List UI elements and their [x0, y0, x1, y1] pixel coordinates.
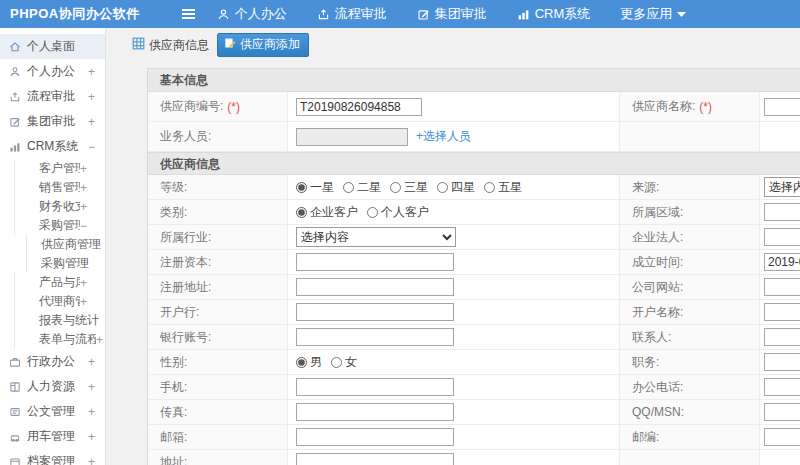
menu-toggle-icon[interactable] — [182, 9, 195, 19]
select-staff-link[interactable]: +选择人员 — [416, 128, 471, 145]
upload-icon — [9, 91, 21, 103]
mobile-input[interactable] — [296, 378, 454, 396]
email-input[interactable] — [296, 428, 454, 446]
sidebar-item-customer-mgmt[interactable]: 客户管理 + — [14, 159, 105, 178]
grade-radio-2[interactable] — [343, 182, 354, 193]
tab-supplier-info[interactable]: 供应商信息 — [132, 37, 209, 54]
office-phone-input[interactable] — [764, 378, 800, 396]
category-radio-personal[interactable] — [367, 207, 378, 218]
home-icon — [9, 41, 21, 53]
fax-label: 传真: — [148, 400, 288, 424]
sidebar-item-agent-mgmt[interactable]: 代理商管理 + — [14, 292, 105, 311]
chart-icon — [517, 8, 530, 21]
gender-radio-female[interactable] — [331, 357, 342, 368]
sidebar-item-hr[interactable]: 人力资源 + — [0, 374, 105, 399]
car-icon — [9, 431, 21, 443]
establish-date-label: 成立时间: — [620, 250, 760, 274]
document-icon — [9, 406, 21, 418]
grade-radio-5[interactable] — [484, 182, 495, 193]
contact-input[interactable] — [764, 328, 800, 346]
edit-icon — [9, 116, 21, 128]
sidebar-item-finance[interactable]: 财务收支 + — [14, 197, 105, 216]
form-row: 邮箱: 邮编: — [148, 425, 800, 450]
edit-icon — [417, 8, 430, 21]
top-nav: 个人办公 流程审批 集团审批 CRM系统 更多应用 — [217, 5, 687, 23]
grade-radio-1[interactable] — [296, 182, 307, 193]
nav-personal-office[interactable]: 个人办公 — [217, 5, 287, 23]
nav-more-apps[interactable]: 更多应用 — [620, 5, 686, 23]
sidebar-item-group-approval[interactable]: 集团审批 + — [0, 109, 105, 134]
sidebar-item-reports[interactable]: 报表与统计 — [14, 311, 105, 330]
legal-person-input[interactable] — [764, 228, 800, 246]
supplier-code-label: 供应商编号:(*) — [148, 92, 288, 121]
form-row: 业务人员: +选择人员 — [148, 122, 800, 152]
legal-person-label: 企业法人: — [620, 225, 760, 249]
sidebar-item-vehicle-mgmt[interactable]: 用车管理 + — [0, 424, 105, 449]
address-input[interactable] — [296, 453, 454, 465]
registered-capital-input[interactable] — [296, 253, 454, 271]
sidebar-item-purchase-mgmt[interactable]: 采购管理 − — [14, 216, 105, 235]
mobile-label: 手机: — [148, 375, 288, 399]
sidebar-item-purchase-mgmt-sub[interactable]: 采购管理 — [26, 254, 105, 273]
bank-label: 开户行: — [148, 300, 288, 324]
form-row: 类别: 企业客户 个人客户 所属区域: — [148, 200, 800, 225]
gender-radio-male[interactable] — [296, 357, 307, 368]
sidebar-item-crm[interactable]: CRM系统 − — [0, 134, 105, 159]
position-input[interactable] — [764, 353, 800, 371]
registered-address-input[interactable] — [296, 278, 454, 296]
category-radio-company[interactable] — [296, 207, 307, 218]
sidebar-item-archive-mgmt[interactable]: 档案管理 + — [0, 449, 105, 465]
staff-label: 业务人员: — [148, 122, 288, 151]
grade-radio-4[interactable] — [437, 182, 448, 193]
upload-icon — [317, 8, 330, 21]
sidebar-item-product-inventory[interactable]: 产品与库存 + — [14, 273, 105, 292]
sidebar-item-personal-office[interactable]: 个人办公 + — [0, 59, 105, 84]
industry-select[interactable]: 选择内容 — [296, 227, 456, 247]
zip-input[interactable] — [764, 428, 800, 446]
sidebar-item-desktop[interactable]: 个人桌面 — [0, 34, 105, 59]
supplier-name-input[interactable] — [764, 98, 800, 116]
form-row: 开户行: 开户名称: — [148, 300, 800, 325]
grade-label: 等级: — [148, 175, 288, 199]
industry-label: 所属行业: — [148, 225, 288, 249]
region-input[interactable] — [764, 203, 800, 221]
section-title-supplier-info: 供应商信息 — [148, 152, 800, 175]
form-row: 注册资本: 成立时间: — [148, 250, 800, 275]
nav-group-approval[interactable]: 集团审批 — [417, 5, 487, 23]
nav-crm-system[interactable]: CRM系统 — [517, 5, 591, 23]
zip-label: 邮编: — [620, 425, 760, 449]
chart-icon — [9, 141, 21, 153]
sidebar-item-supplier-mgmt[interactable]: 供应商管理 — [26, 235, 105, 254]
capital-label: 注册资本: — [148, 250, 288, 274]
sidebar-item-admin-office[interactable]: 行政办公 + — [0, 349, 105, 374]
form-row: 手机: 办公电话: — [148, 375, 800, 400]
reg-address-label: 注册地址: — [148, 275, 288, 299]
grade-radio-3[interactable] — [390, 182, 401, 193]
sidebar-item-workflow-approval[interactable]: 流程审批 + — [0, 84, 105, 109]
caret-down-icon — [677, 11, 686, 17]
website-label: 公司网站: — [620, 275, 760, 299]
sidebar: 个人桌面 个人办公 + 流程审批 + 集团审批 + CRM系统 − 客户管理 + — [0, 28, 106, 465]
nav-workflow-approval[interactable]: 流程审批 — [317, 5, 387, 23]
qq-msn-input[interactable] — [764, 403, 800, 421]
form-row: 性别: 男 女 职务: — [148, 350, 800, 375]
source-label: 来源: — [620, 175, 760, 199]
supplier-code-input[interactable] — [296, 98, 422, 116]
account-name-input[interactable] — [764, 303, 800, 321]
add-form-icon — [224, 37, 236, 52]
website-input[interactable] — [764, 278, 800, 296]
staff-input[interactable] — [296, 128, 408, 146]
sidebar-item-sales-mgmt[interactable]: 销售管理 + — [14, 178, 105, 197]
sidebar-item-document-mgmt[interactable]: 公文管理 + — [0, 399, 105, 424]
bank-account-input[interactable] — [296, 328, 454, 346]
form-row: 银行账号: 联系人: — [148, 325, 800, 350]
source-select[interactable]: 选择内容 — [764, 177, 800, 197]
tab-supplier-add[interactable]: 供应商添加 — [217, 33, 309, 57]
user-icon — [217, 8, 230, 21]
establish-date-input[interactable] — [764, 253, 800, 271]
main-content: 供应商信息 供应商添加 基本信息 供应商编号:(*) — [106, 28, 800, 465]
bank-input[interactable] — [296, 303, 454, 321]
sidebar-item-form-flow-settings[interactable]: 表单与流程设置 + — [14, 330, 105, 349]
form-row: 供应商编号:(*) 供应商名称:(*) — [148, 92, 800, 122]
fax-input[interactable] — [296, 403, 454, 421]
